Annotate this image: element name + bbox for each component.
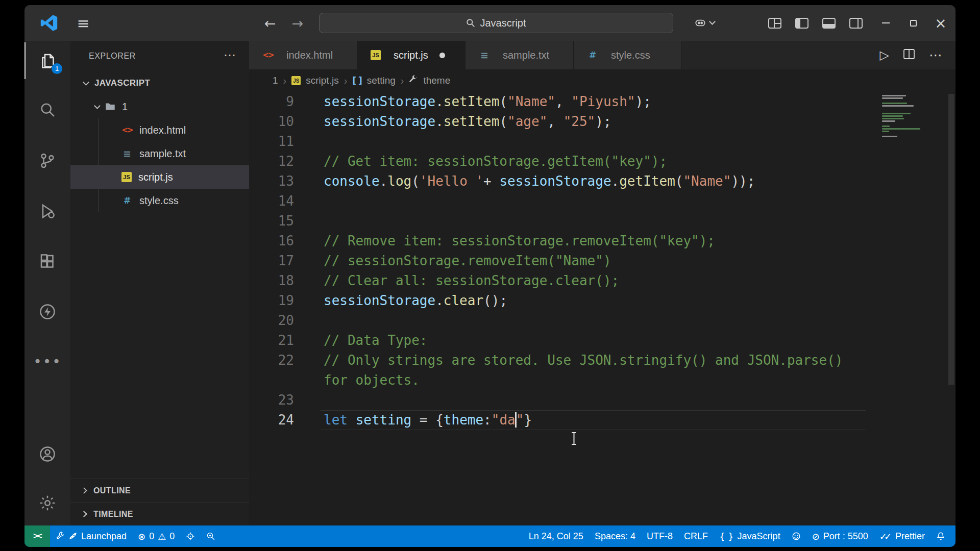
line-number[interactable]: 10 (249, 112, 294, 132)
customize-layout-button[interactable] (768, 18, 781, 29)
toggle-secondary-sidebar-button[interactable] (849, 18, 863, 29)
live-server-port-button[interactable]: ⊘ Port : 5500 (806, 525, 874, 547)
lightning-icon (38, 303, 57, 321)
code-line[interactable]: 10sessionStorage.setItem("age", "25"); (249, 112, 955, 132)
file-item-index-html[interactable]: <> index.html (70, 118, 249, 142)
split-editor-icon (903, 49, 915, 59)
forward-button[interactable]: → (286, 5, 309, 41)
toggle-panel-button[interactable] (822, 18, 836, 29)
minimap-line (882, 120, 895, 122)
maximize-button[interactable] (901, 5, 925, 41)
code-line[interactable]: 23 (249, 390, 955, 410)
editor-scrollbar[interactable] (948, 94, 954, 385)
code-line[interactable]: 9sessionStorage.setItem("Name", "Piyush"… (249, 92, 955, 112)
unsaved-dot-icon[interactable] (439, 53, 445, 58)
minimap-line (882, 128, 920, 130)
tab-style-css[interactable]: # style.css (574, 41, 682, 69)
line-number[interactable]: 20 (249, 311, 294, 331)
tab-sample-txt[interactable]: ≡ sample.txt (465, 41, 574, 69)
code-line[interactable]: 12// Get item: sessionStorage.getItem("k… (249, 152, 955, 171)
line-number[interactable]: 13 (249, 171, 294, 191)
line-number[interactable]: 12 (249, 152, 294, 171)
code-line[interactable]: 17// sessionStorage.removeItem("Name") (249, 251, 955, 271)
line-number[interactable]: 16 (249, 231, 294, 251)
code-line[interactable]: for objects. (249, 370, 955, 390)
line-number[interactable]: 15 (249, 211, 294, 231)
feedback-button[interactable] (786, 525, 806, 547)
code-line[interactable]: 20 (249, 311, 955, 331)
line-number[interactable]: 21 (249, 331, 294, 350)
line-number[interactable]: 24 (249, 410, 294, 430)
account-button[interactable] (24, 436, 70, 472)
copilot-button[interactable] (685, 5, 722, 41)
minimize-button[interactable] (873, 5, 898, 41)
js-file-icon: JS (121, 172, 132, 182)
code-line[interactable]: 18// Clear all: sessionStorage.clear(); (249, 271, 955, 291)
code-editor[interactable]: 9sessionStorage.setItem("Name", "Piyush"… (249, 92, 955, 525)
search-input[interactable]: Javascript (319, 13, 673, 33)
menu-icon[interactable]: ≡ (71, 5, 95, 41)
workspace-section[interactable]: JAVASCRIPT (70, 71, 249, 95)
breadcrumb-folder[interactable]: 1 (273, 75, 278, 86)
launchpad-status-button[interactable]: Launchpad (50, 525, 132, 547)
eol-button[interactable]: CRLF (678, 525, 714, 547)
line-number[interactable]: 22 (249, 350, 294, 370)
thunder-client-button[interactable] (24, 293, 70, 330)
breadcrumb-file[interactable]: script.js (306, 75, 338, 86)
source-control-button[interactable] (24, 142, 70, 179)
tab-index-html[interactable]: <> index.html (249, 41, 357, 69)
language-mode-button[interactable]: { } JavaScript (714, 525, 786, 547)
file-item-script-js[interactable]: JS script.js (70, 165, 249, 189)
line-number[interactable]: 14 (249, 191, 294, 211)
run-debug-button[interactable] (24, 193, 70, 230)
editor-more-actions-button[interactable]: ⋯ (929, 47, 942, 63)
code-line[interactable]: 24let setting = {theme:"da"} (249, 410, 955, 430)
prettier-status-button[interactable]: ✓✓ Prettier (874, 525, 930, 547)
notifications-button[interactable] (930, 525, 955, 547)
breadcrumb-property[interactable]: theme (423, 75, 450, 86)
sidebar-title: EXPLORER (89, 52, 136, 61)
toggle-sidebar-button[interactable] (795, 18, 808, 29)
extensions-button[interactable] (24, 243, 70, 280)
more-views-button[interactable]: ••• (24, 343, 70, 380)
settings-button[interactable] (24, 485, 70, 521)
file-item-sample-txt[interactable]: ≡ sample.txt (70, 142, 249, 165)
line-number[interactable]: 18 (249, 271, 294, 291)
cursor-position-button[interactable]: Ln 24, Col 25 (523, 525, 589, 547)
breadcrumb-symbol[interactable]: setting (367, 75, 396, 86)
outline-panel-header[interactable]: OUTLINE (70, 479, 249, 502)
indentation-button[interactable]: Spaces: 4 (589, 525, 641, 547)
line-number[interactable]: 11 (249, 132, 294, 152)
code-line[interactable]: 22// Only strings are stored. Use JSON.s… (249, 350, 955, 370)
html-file-icon: <> (121, 124, 133, 136)
explorer-view-button[interactable]: 1 (24, 42, 70, 79)
minimap[interactable] (882, 95, 938, 138)
minimap-line (882, 100, 938, 102)
line-number[interactable]: 17 (249, 251, 294, 271)
remote-indicator-button[interactable]: >< (24, 525, 50, 547)
code-line[interactable]: 16// Remove item: sessionStorage.removeI… (249, 231, 955, 251)
code-line[interactable]: 13console.log('Hello '+ sessionStorage.g… (249, 171, 955, 191)
code-line[interactable]: 19sessionStorage.clear(); (249, 291, 955, 311)
split-editor-button[interactable] (903, 49, 915, 61)
back-button[interactable]: ← (258, 5, 282, 41)
problems-button[interactable]: ⊗ 0 ⚠ 0 (132, 525, 180, 547)
line-number[interactable]: 19 (249, 291, 294, 311)
code-line[interactable]: 14 (249, 191, 955, 211)
zoom-status-button[interactable] (201, 525, 221, 547)
timeline-panel-header[interactable]: TIMELINE (70, 502, 249, 525)
close-button[interactable]: × (928, 5, 953, 41)
folder-item[interactable]: 1 (70, 95, 249, 118)
search-view-button[interactable] (24, 91, 70, 128)
code-line[interactable]: 21// Data Type: (249, 331, 955, 350)
file-item-style-css[interactable]: # style.css (70, 189, 249, 212)
code-line[interactable]: 11 (249, 132, 955, 152)
tab-script-js[interactable]: JS script.js (357, 41, 465, 69)
line-number[interactable]: 9 (249, 92, 294, 112)
sidebar-more-actions-button[interactable]: ⋯ (224, 48, 236, 62)
line-number[interactable]: 23 (249, 390, 294, 410)
run-file-button[interactable]: ▷ (880, 48, 889, 62)
code-line[interactable]: 15 (249, 211, 955, 231)
screencast-target-button[interactable] (180, 525, 201, 547)
encoding-button[interactable]: UTF-8 (641, 525, 678, 547)
